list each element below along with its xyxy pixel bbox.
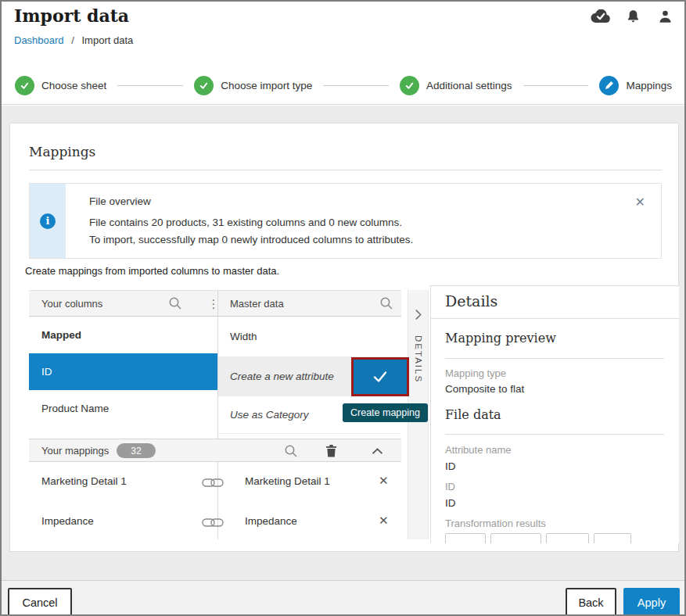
mappings-section-title: Mappings — [29, 144, 95, 159]
step-choose-import-type[interactable]: Choose import type — [194, 76, 312, 95]
import-data-window: Import data Dashboard / Import data Choo… — [0, 0, 686, 616]
details-tab-label: DETAILS — [414, 335, 423, 383]
cloud-check-icon[interactable] — [591, 8, 611, 25]
mapping-grid: Your columns ⋮ Master data Mapped ID Pro… — [29, 290, 401, 539]
info-close-icon[interactable]: ✕ — [635, 195, 645, 210]
file-data-title: File data — [445, 407, 501, 422]
step-complete-check-icon — [400, 76, 419, 95]
info-line-2: To import, successfully map 0 newly intr… — [89, 234, 413, 245]
delete-mappings-icon[interactable] — [325, 444, 337, 457]
details-panel: Details Mapping preview Mapping type Com… — [430, 285, 679, 543]
mappings-count-badge: 32 — [117, 443, 156, 458]
your-mappings-title: Your mappings — [41, 445, 109, 457]
master-item-width[interactable]: Width — [217, 317, 401, 357]
info-strip: i — [30, 184, 66, 258]
mapping-type-label: Mapping type — [445, 367, 506, 379]
transformation-chip — [490, 533, 541, 543]
column-item-id-selected[interactable]: ID — [29, 353, 217, 390]
link-icon — [202, 517, 224, 531]
mappings-search-icon[interactable] — [284, 444, 298, 458]
master-data-search-icon[interactable] — [379, 296, 393, 310]
step-label: Choose sheet — [41, 80, 106, 91]
mapping-target: Impedance — [245, 515, 297, 527]
transformation-results-label: Transformation results — [445, 518, 546, 529]
instruction-text: Create mappings from imported columns to… — [25, 265, 279, 277]
attribute-name-label: Attribute name — [445, 444, 512, 456]
link-icon — [202, 477, 224, 491]
step-label: Choose import type — [221, 80, 312, 91]
step-complete-check-icon — [194, 76, 214, 95]
info-icon: i — [40, 213, 56, 229]
mapping-target: Marketing Detail 1 — [245, 475, 330, 487]
your-columns-title: Your columns — [41, 298, 102, 310]
breadcrumb-dashboard-link[interactable]: Dashboard — [14, 34, 64, 46]
column-item-product-name[interactable]: Product Name — [29, 390, 217, 427]
divider — [445, 434, 664, 435]
collapse-mappings-chevron-icon[interactable] — [372, 447, 383, 454]
transformation-chips — [445, 533, 631, 543]
info-line-1: File contains 20 products, 31 existing c… — [89, 217, 402, 228]
mapping-source: Marketing Detail 1 — [41, 475, 127, 487]
mapping-type-value: Composite to flat — [445, 383, 524, 395]
your-columns-search-icon[interactable] — [168, 296, 182, 310]
user-icon[interactable] — [655, 8, 675, 25]
transformation-chip — [546, 533, 589, 543]
details-title: Details — [445, 292, 497, 310]
step-connector — [523, 85, 589, 86]
mapping-source: Impedance — [41, 515, 94, 527]
breadcrumb-separator: / — [71, 34, 74, 46]
step-edit-pencil-icon — [599, 76, 619, 95]
step-label: Mappings — [626, 80, 672, 91]
transformation-chip — [445, 533, 486, 543]
create-mapping-confirm-button[interactable] — [351, 357, 409, 396]
chevron-right-icon[interactable] — [415, 309, 422, 323]
master-data-title: Master data — [230, 298, 284, 310]
create-mapping-tooltip: Create mapping — [343, 403, 428, 422]
page-title: Import data — [14, 5, 129, 26]
divider — [445, 358, 664, 359]
mappings-card: Mappings i File overview File contains 2… — [9, 123, 679, 552]
your-columns-header: Your columns — [29, 290, 217, 317]
breadcrumb: Dashboard / Import data — [14, 34, 133, 46]
id-label: ID — [445, 481, 455, 492]
step-complete-check-icon — [15, 76, 34, 95]
mapping-preview-title: Mapping preview — [445, 331, 556, 346]
step-label: Additional settings — [426, 80, 512, 91]
apply-button[interactable]: Apply — [623, 588, 680, 616]
your-mappings-bar: Your mappings 32 — [29, 439, 401, 462]
divider — [29, 170, 662, 170]
footer-bar: Cancel Back Apply — [2, 580, 684, 614]
header-icons — [591, 8, 675, 25]
back-button[interactable]: Back — [566, 588, 616, 616]
step-connector — [117, 85, 183, 86]
step-choose-sheet[interactable]: Choose sheet — [15, 76, 106, 95]
step-connector — [323, 85, 389, 86]
step-mappings-current[interactable]: Mappings — [599, 76, 672, 95]
mapping-row: Marketing Detail 1 Marketing Detail 1 ✕ — [29, 462, 401, 502]
master-data-header: Master data — [217, 290, 401, 317]
column-item-mapped[interactable]: Mapped — [29, 317, 217, 353]
info-title: File overview — [89, 195, 151, 207]
transformation-chip — [594, 533, 631, 543]
breadcrumb-current: Import data — [81, 34, 133, 46]
step-additional-settings[interactable]: Additional settings — [400, 76, 512, 95]
file-overview-info-box: i File overview File contains 20 product… — [29, 183, 662, 259]
cancel-button[interactable]: Cancel — [8, 588, 72, 616]
divider — [431, 318, 679, 319]
wizard-stepper: Choose sheet Choose import type Addition… — [2, 66, 684, 105]
attribute-name-value: ID — [445, 460, 456, 472]
id-value: ID — [445, 497, 456, 509]
remove-mapping-icon[interactable]: ✕ — [379, 514, 389, 528]
remove-mapping-icon[interactable]: ✕ — [379, 474, 389, 488]
mapping-row: Impedance Impedance ✕ — [29, 502, 401, 542]
notifications-bell-icon[interactable] — [623, 8, 643, 25]
